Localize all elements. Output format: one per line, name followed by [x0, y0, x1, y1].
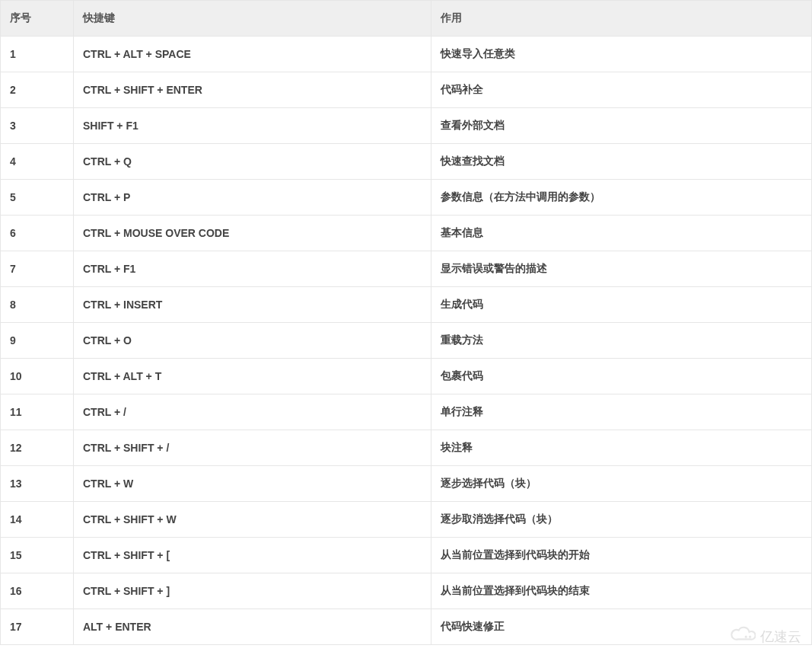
cell-shortcut: SHIFT + F1 [74, 108, 431, 144]
cell-shortcut: CTRL + SHIFT + ENTER [74, 72, 431, 108]
cell-index: 5 [1, 180, 74, 216]
table-header-row: 序号 快捷键 作用 [1, 1, 812, 37]
cell-index: 1 [1, 37, 74, 72]
cell-desc: 代码快速修正 [431, 609, 812, 645]
cell-index: 7 [1, 251, 74, 287]
table-body: 1CTRL + ALT + SPACE快速导入任意类2CTRL + SHIFT … [1, 37, 812, 645]
cell-index: 16 [1, 573, 74, 609]
table-row: 7CTRL + F1显示错误或警告的描述 [1, 251, 812, 287]
table-row: 6CTRL + MOUSE OVER CODE基本信息 [1, 216, 812, 251]
header-index: 序号 [1, 1, 74, 37]
table-row: 13CTRL + W逐步选择代码（块） [1, 466, 812, 502]
cell-shortcut: CTRL + SHIFT + ] [74, 573, 431, 609]
cell-shortcut: CTRL + SHIFT + / [74, 430, 431, 466]
cell-index: 12 [1, 430, 74, 466]
cell-index: 17 [1, 609, 74, 645]
cell-shortcut: CTRL + Q [74, 144, 431, 180]
cell-desc: 从当前位置选择到代码块的结束 [431, 573, 812, 609]
cell-shortcut: CTRL + INSERT [74, 287, 431, 323]
cell-index: 3 [1, 108, 74, 144]
cell-index: 9 [1, 323, 74, 359]
cell-desc: 单行注释 [431, 394, 812, 430]
cell-desc: 生成代码 [431, 287, 812, 323]
cell-desc: 参数信息（在方法中调用的参数） [431, 180, 812, 216]
table-row: 8CTRL + INSERT生成代码 [1, 287, 812, 323]
cell-index: 8 [1, 287, 74, 323]
cell-desc: 块注释 [431, 430, 812, 466]
cell-shortcut: CTRL + W [74, 466, 431, 502]
cell-index: 10 [1, 359, 74, 394]
table-row: 5CTRL + P参数信息（在方法中调用的参数） [1, 180, 812, 216]
cell-desc: 基本信息 [431, 216, 812, 251]
cell-shortcut: CTRL + ALT + T [74, 359, 431, 394]
cell-desc: 快速查找文档 [431, 144, 812, 180]
cell-desc: 重载方法 [431, 323, 812, 359]
cell-desc: 包裹代码 [431, 359, 812, 394]
cell-shortcut: ALT + ENTER [74, 609, 431, 645]
header-desc: 作用 [431, 1, 812, 37]
cell-desc: 从当前位置选择到代码块的开始 [431, 538, 812, 573]
cell-desc: 代码补全 [431, 72, 812, 108]
cell-shortcut: CTRL + / [74, 394, 431, 430]
cell-shortcut: CTRL + ALT + SPACE [74, 37, 431, 72]
table-row: 11CTRL + /单行注释 [1, 394, 812, 430]
header-shortcut: 快捷键 [74, 1, 431, 37]
cell-index: 11 [1, 394, 74, 430]
cell-shortcut: CTRL + O [74, 323, 431, 359]
table-row: 3SHIFT + F1查看外部文档 [1, 108, 812, 144]
table-row: 9CTRL + O重载方法 [1, 323, 812, 359]
shortcut-table: 序号 快捷键 作用 1CTRL + ALT + SPACE快速导入任意类2CTR… [0, 0, 812, 645]
table-row: 10CTRL + ALT + T包裹代码 [1, 359, 812, 394]
cell-shortcut: CTRL + MOUSE OVER CODE [74, 216, 431, 251]
cell-index: 2 [1, 72, 74, 108]
shortcut-table-container: 序号 快捷键 作用 1CTRL + ALT + SPACE快速导入任意类2CTR… [0, 0, 812, 645]
cell-shortcut: CTRL + F1 [74, 251, 431, 287]
cell-shortcut: CTRL + SHIFT + W [74, 502, 431, 538]
table-row: 15CTRL + SHIFT + [从当前位置选择到代码块的开始 [1, 538, 812, 573]
cell-shortcut: CTRL + SHIFT + [ [74, 538, 431, 573]
table-row: 1CTRL + ALT + SPACE快速导入任意类 [1, 37, 812, 72]
cell-desc: 显示错误或警告的描述 [431, 251, 812, 287]
cell-desc: 逐步取消选择代码（块） [431, 502, 812, 538]
table-row: 17ALT + ENTER代码快速修正 [1, 609, 812, 645]
cell-desc: 查看外部文档 [431, 108, 812, 144]
cell-index: 6 [1, 216, 74, 251]
table-row: 2CTRL + SHIFT + ENTER代码补全 [1, 72, 812, 108]
cell-desc: 快速导入任意类 [431, 37, 812, 72]
cell-index: 4 [1, 144, 74, 180]
cell-index: 15 [1, 538, 74, 573]
table-row: 4CTRL + Q快速查找文档 [1, 144, 812, 180]
cell-desc: 逐步选择代码（块） [431, 466, 812, 502]
table-row: 16CTRL + SHIFT + ]从当前位置选择到代码块的结束 [1, 573, 812, 609]
cell-index: 13 [1, 466, 74, 502]
cell-index: 14 [1, 502, 74, 538]
table-row: 14CTRL + SHIFT + W逐步取消选择代码（块） [1, 502, 812, 538]
cell-shortcut: CTRL + P [74, 180, 431, 216]
table-row: 12CTRL + SHIFT + /块注释 [1, 430, 812, 466]
